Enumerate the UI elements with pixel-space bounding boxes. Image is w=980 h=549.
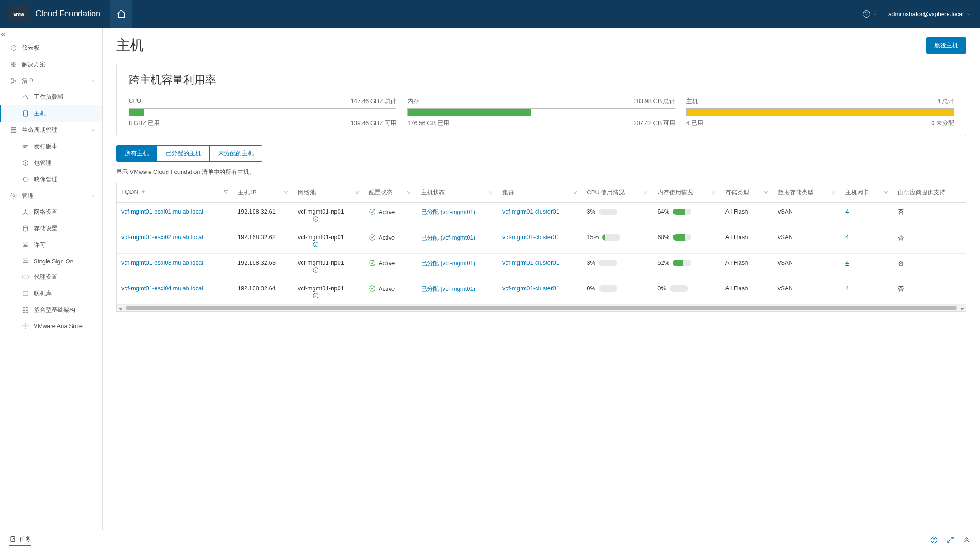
- filter-icon[interactable]: [711, 190, 716, 195]
- tab-unassigned[interactable]: 未分配的主机: [210, 145, 262, 162]
- svg-rect-12: [11, 130, 16, 131]
- nics-link[interactable]: 4: [845, 208, 849, 215]
- fqdn-link[interactable]: vcf-mgmt01-esxi01.mulab.local: [121, 208, 203, 215]
- column-header[interactable]: 集群: [498, 183, 582, 203]
- sidebar-item-lifecycle[interactable]: 生命周期管理: [0, 122, 102, 138]
- nics-link[interactable]: 4: [845, 259, 849, 266]
- sidebar-item-workloaddomain[interactable]: 工作负载域: [0, 89, 102, 105]
- cpu-pct: 3%: [587, 259, 595, 266]
- sidebar-item-depot[interactable]: 联机库: [0, 285, 102, 302]
- column-header[interactable]: 由供应商提供支持: [893, 183, 966, 203]
- cluster-link[interactable]: vcf-mgmt01-cluster01: [502, 208, 559, 215]
- sidebar-item-network[interactable]: 网络设置: [0, 204, 102, 220]
- info-icon[interactable]: [313, 267, 319, 273]
- info-icon[interactable]: [313, 241, 319, 248]
- cap-label: 内存: [407, 97, 419, 105]
- column-header[interactable]: 配置状态: [364, 183, 417, 203]
- cap-bar: [686, 108, 954, 116]
- host-state-link[interactable]: 已分配 (vcf-mgmt01): [421, 260, 475, 267]
- filter-icon[interactable]: [572, 190, 578, 195]
- sidebar-item-inventory[interactable]: 清单: [0, 73, 102, 89]
- column-header[interactable]: 内存使用情况: [653, 183, 720, 203]
- history-icon: [22, 176, 29, 183]
- stack-icon: [10, 126, 17, 134]
- filter-icon[interactable]: [831, 190, 836, 195]
- filter-icon[interactable]: [283, 190, 289, 195]
- sidebar-item-admin[interactable]: 管理: [0, 188, 102, 204]
- svg-point-30: [25, 325, 26, 327]
- cluster-link[interactable]: vcf-mgmt01-cluster01: [502, 285, 559, 292]
- config-state: Active: [379, 260, 395, 267]
- sidebar-item-composable[interactable]: 塑合型基础架构: [0, 302, 102, 318]
- svg-rect-13: [11, 131, 16, 133]
- horizontal-scrollbar[interactable]: ◂ ▸: [117, 305, 966, 311]
- nics-link[interactable]: 4: [845, 285, 849, 292]
- sidebar-item-proxy[interactable]: 代理设置: [0, 269, 102, 285]
- sidebar-item-bundles[interactable]: 包管理: [0, 155, 102, 171]
- sidebar-item-dashboard[interactable]: 仪表板: [0, 40, 102, 56]
- nics-link[interactable]: 4: [845, 234, 849, 241]
- cluster-link[interactable]: vcf-mgmt01-cluster01: [502, 259, 559, 266]
- svg-point-34: [370, 235, 375, 240]
- footer-expand[interactable]: [946, 536, 954, 544]
- host-state-link[interactable]: 已分配 (vcf-mgmt01): [421, 209, 475, 215]
- column-header[interactable]: CPU 使用情况: [582, 183, 653, 203]
- sidebar-item-releases[interactable]: 发行版本: [0, 138, 102, 155]
- fqdn-link[interactable]: vcf-mgmt01-esxi04.mulab.local: [121, 285, 203, 292]
- host-ip: 192.168.32.64: [233, 279, 293, 305]
- tasks-label: 任务: [19, 535, 31, 543]
- filter-icon[interactable]: [407, 190, 412, 195]
- host-state-link[interactable]: 已分配 (vcf-mgmt01): [421, 285, 475, 292]
- host-tabs: 所有主机已分配的主机未分配的主机: [116, 145, 966, 162]
- storage-type: All Flash: [721, 279, 773, 305]
- network-pool: vcf-mgmt01-np01: [298, 285, 360, 292]
- sidebar-item-sso[interactable]: Single Sign On: [0, 253, 102, 269]
- mem-bar: [670, 285, 688, 292]
- tasks-tab[interactable]: 任务: [9, 535, 31, 546]
- collapse-sidebar[interactable]: [0, 28, 102, 40]
- info-icon[interactable]: [313, 293, 319, 299]
- host-state-link[interactable]: 已分配 (vcf-mgmt01): [421, 234, 475, 241]
- column-header[interactable]: 主机状态: [417, 183, 498, 203]
- sidebar-item-images[interactable]: 映像管理: [0, 171, 102, 188]
- cluster-link[interactable]: vcf-mgmt01-cluster01: [502, 234, 559, 241]
- sidebar-item-label: 代理设置: [34, 273, 57, 281]
- column-header[interactable]: FQDN: [117, 183, 233, 203]
- fqdn-link[interactable]: vcf-mgmt01-esxi03.mulab.local: [121, 259, 203, 266]
- mem-pct: 52%: [657, 259, 669, 266]
- filter-icon[interactable]: [488, 190, 493, 195]
- commission-host-button[interactable]: 服役主机: [926, 37, 966, 54]
- column-header[interactable]: 存储类型: [721, 183, 773, 203]
- filter-icon[interactable]: [354, 190, 360, 195]
- help-button[interactable]: [862, 10, 877, 19]
- filter-icon[interactable]: [643, 190, 648, 195]
- filter-icon[interactable]: [223, 189, 229, 195]
- vendor-supported: 否: [893, 203, 966, 228]
- sidebar-item-solutions[interactable]: 解决方案: [0, 56, 102, 73]
- sidebar-item-hosts[interactable]: 主机: [0, 105, 102, 122]
- home-button[interactable]: [110, 0, 132, 28]
- column-header[interactable]: 数据存储类型: [773, 183, 841, 203]
- fqdn-link[interactable]: vcf-mgmt01-esxi02.mulab.local: [121, 234, 203, 241]
- cpu-bar: [599, 209, 617, 215]
- column-label: CPU 使用情况: [587, 188, 625, 197]
- filter-icon[interactable]: [763, 190, 769, 195]
- sidebar-item-label: 管理: [22, 192, 34, 200]
- user-menu[interactable]: administrator@vsphere.local: [888, 10, 971, 17]
- sidebar-item-label: 工作负载域: [34, 93, 63, 101]
- tab-assigned[interactable]: 已分配的主机: [157, 145, 210, 162]
- column-header[interactable]: 主机网卡: [841, 183, 893, 203]
- column-header[interactable]: 网络池: [293, 183, 364, 203]
- sidebar-item-license[interactable]: 许可: [0, 237, 102, 253]
- svg-point-32: [370, 209, 375, 214]
- filter-icon[interactable]: [883, 190, 889, 195]
- host-ip: 192.168.32.63: [233, 254, 293, 279]
- sidebar-item-aria[interactable]: VMware Aria Suite: [0, 318, 102, 334]
- info-icon[interactable]: [313, 216, 319, 222]
- column-header[interactable]: 主机 IP: [233, 183, 293, 203]
- sidebar-item-storage[interactable]: 存储设置: [0, 220, 102, 237]
- tab-all[interactable]: 所有主机: [116, 145, 157, 162]
- footer-help[interactable]: [930, 536, 938, 544]
- vendor-supported: 否: [893, 254, 966, 279]
- footer-collapse-up[interactable]: [963, 536, 971, 544]
